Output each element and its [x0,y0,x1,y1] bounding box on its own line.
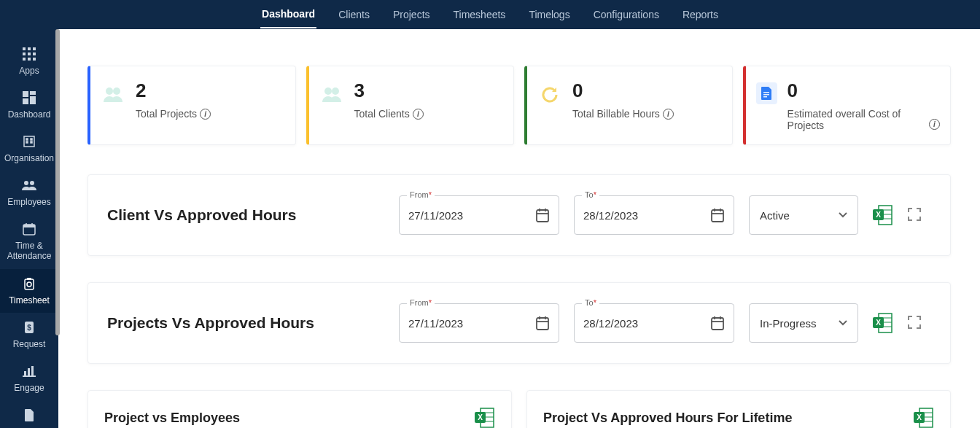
stat-value: 0 [572,79,674,102]
sidebar-item-organisation[interactable]: Organisation [0,127,58,171]
sidebar-item-dashboard[interactable]: Dashboard [0,83,58,127]
nav-clients[interactable]: Clients [337,1,371,28]
svg-rect-4 [28,52,31,55]
field-label: To [585,298,594,307]
svg-rect-7 [28,58,31,61]
field-label: To [585,190,594,199]
panel-projects-vs-approved: Projects Vs Approved Hours From* 27/11/2… [88,282,951,364]
building-icon [20,133,38,150]
info-icon[interactable] [663,109,674,120]
sidebar-item-engage[interactable]: Engage [0,357,58,400]
svg-rect-12 [23,98,28,104]
sidebar-item-time-attendance[interactable]: Time & Attendance [0,214,58,269]
nav-configurations[interactable]: Configurations [592,1,661,28]
to-date-input[interactable]: To* 28/12/2023 [574,303,734,343]
sidebar-item-label: Timesheet [9,295,50,306]
svg-rect-44 [712,210,723,222]
svg-rect-13 [24,136,34,147]
date-value: 28/12/2023 [583,317,638,330]
refresh-icon [537,82,562,107]
top-nav: Dashboard Clients Projects Timesheets Ti… [0,0,980,29]
svg-rect-0 [23,47,26,50]
select-value: Active [760,209,790,222]
export-excel-icon[interactable]: X [873,312,893,334]
from-date-input[interactable]: From* 27/11/2023 [399,195,559,235]
svg-point-35 [324,87,332,95]
export-excel-icon[interactable]: X [873,204,893,226]
svg-rect-2 [33,47,36,50]
expand-icon[interactable] [908,208,922,222]
export-excel-icon[interactable]: X [914,407,934,428]
sidebar-item-label: Employees [7,197,50,207]
panel-client-vs-approved: Client Vs Approved Hours From* 27/11/202… [88,174,951,256]
people-group-icon [101,82,125,107]
document-icon [756,82,777,104]
sidebar-item-request[interactable]: $ Request [0,313,58,357]
calendar-icon[interactable] [535,207,550,223]
calendar-icon[interactable] [710,207,725,223]
sidebar-item-apps[interactable]: Apps [0,39,58,83]
card-total-clients: 3 Total Clients [306,66,515,145]
panel-title: Project vs Employees [104,411,240,426]
svg-rect-24 [25,279,34,289]
stat-label: Total Billable Hours [572,108,660,120]
status-select[interactable]: Active [749,195,858,235]
info-icon[interactable] [929,119,940,130]
panel-project-vs-employees: Project vs Employees X [88,390,512,428]
nav-timelogs[interactable]: Timelogs [527,1,571,28]
apps-icon [20,45,38,63]
nav-projects[interactable]: Projects [392,1,432,28]
svg-rect-1 [28,47,31,50]
svg-rect-17 [31,141,32,143]
panel-title: Project Vs Approved Hours For Lifetime [543,411,792,426]
export-excel-icon[interactable]: X [475,407,495,428]
svg-text:$: $ [27,324,31,332]
svg-rect-3 [23,52,26,55]
svg-rect-9 [23,91,28,97]
calendar-icon[interactable] [535,315,550,331]
panel-project-vs-approved-lifetime: Project Vs Approved Hours For Lifetime X [526,390,951,428]
sidebar-item-employees[interactable]: Employees [0,171,58,214]
svg-rect-32 [23,376,36,377]
field-label: From [410,190,429,199]
svg-rect-10 [30,91,36,95]
svg-rect-38 [763,94,769,96]
panel-title: Client Vs Approved Hours [107,206,384,224]
svg-rect-26 [27,278,31,280]
panel-title: Projects Vs Approved Hours [107,314,384,332]
nav-timesheets[interactable]: Timesheets [452,1,508,28]
info-icon[interactable] [200,109,211,120]
svg-point-33 [106,87,113,95]
nav-reports[interactable]: Reports [681,1,720,28]
info-icon[interactable] [413,109,424,120]
required-mark: * [594,190,596,199]
svg-rect-6 [23,58,26,61]
svg-rect-37 [763,92,769,93]
date-value: 27/11/2023 [408,209,463,222]
expand-icon[interactable] [908,316,922,330]
main-content: 2 Total Projects 3 Total Clients 0 [58,29,980,428]
sidebar-item-more[interactable] [0,400,58,428]
nav-dashboard[interactable]: Dashboard [260,1,316,28]
svg-rect-39 [763,96,767,98]
from-date-input[interactable]: From* 27/11/2023 [399,303,559,343]
sidebar-item-label: Apps [19,66,39,76]
date-value: 28/12/2023 [583,209,638,222]
svg-text:X: X [876,211,881,219]
calendar-icon [20,220,38,238]
required-mark: * [594,298,596,307]
document-icon [20,406,38,424]
svg-point-34 [113,87,120,95]
svg-rect-15 [31,139,32,140]
sidebar-item-label: Request [13,339,46,349]
to-date-input[interactable]: To* 28/12/2023 [574,195,734,235]
stat-label: Estimated overall Cost of Projects [788,108,936,131]
status-select[interactable]: In-Progress [749,303,858,343]
calendar-icon[interactable] [710,315,725,331]
dashboard-icon [20,89,38,106]
stat-label: Total Clients [354,108,410,120]
svg-rect-30 [28,368,30,376]
sidebar-item-timesheet[interactable]: Timesheet [0,269,58,313]
people-icon [20,176,38,194]
sidebar-scrollbar[interactable] [55,29,60,335]
